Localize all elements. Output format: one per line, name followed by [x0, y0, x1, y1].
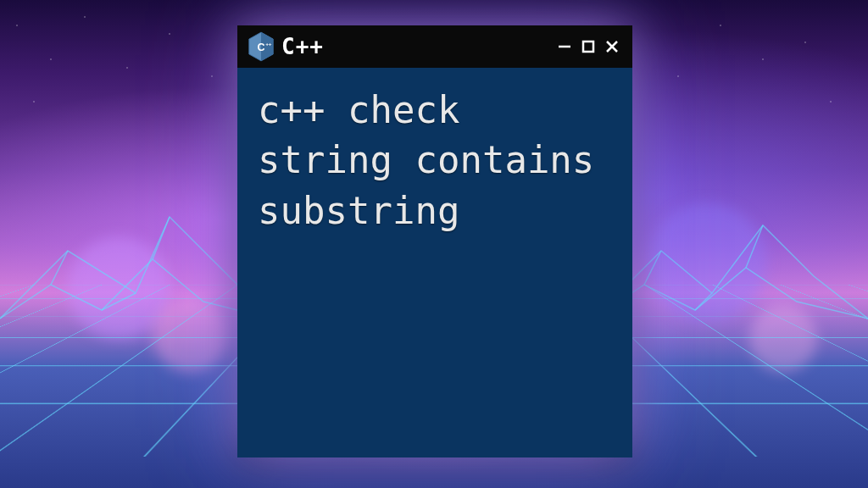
cpp-logo-icon: C + +: [248, 31, 275, 62]
svg-line-5: [746, 225, 763, 268]
svg-rect-12: [583, 42, 593, 52]
window-title: C++: [281, 34, 548, 59]
svg-line-4: [695, 293, 712, 310]
svg-line-2: [153, 217, 170, 259]
terminal-content: c++ check string contains substring: [258, 85, 612, 236]
svg-line-3: [644, 251, 661, 285]
svg-line-0: [51, 251, 68, 285]
window-controls: [554, 36, 622, 57]
svg-text:C: C: [258, 42, 265, 53]
minimize-button[interactable]: [554, 36, 575, 57]
terminal-window: C + + C++ c++ check string contains subs…: [237, 25, 632, 458]
terminal-body[interactable]: c++ check string contains substring: [237, 68, 632, 252]
close-button[interactable]: [602, 36, 622, 57]
titlebar[interactable]: C + + C++: [237, 25, 632, 68]
maximize-button[interactable]: [578, 36, 598, 57]
svg-text:+: +: [269, 42, 272, 47]
